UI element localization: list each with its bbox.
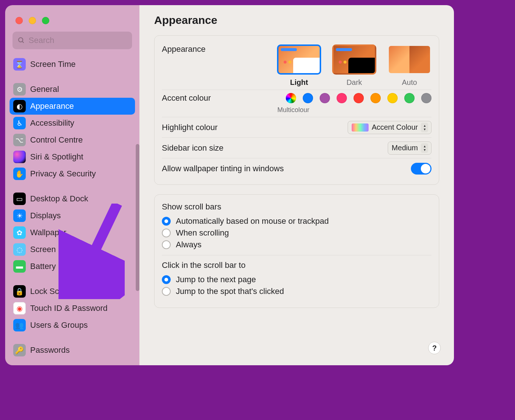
system-settings-window: ⌛Screen Time⚙General◐Appearance♿︎Accessi… bbox=[5, 5, 454, 365]
highlight-popup-button[interactable]: Accent Colour ▴▾ bbox=[348, 121, 431, 134]
help-button[interactable]: ? bbox=[428, 342, 441, 354]
accent-row: Accent colour Multicolour bbox=[162, 90, 431, 117]
appearance-option-light[interactable]: Light bbox=[277, 44, 321, 87]
sidebar-item-label: Screen Time bbox=[30, 60, 76, 69]
control-centre-icon: ⌥ bbox=[13, 134, 26, 146]
appearance-option-auto[interactable]: Auto bbox=[387, 44, 431, 87]
sidebar-item-siri[interactable]: Siri & Spotlight bbox=[10, 148, 135, 165]
sidebar-item-label: Wallpaper bbox=[30, 228, 66, 237]
radio-label: Always bbox=[176, 240, 202, 250]
radio-icon bbox=[162, 287, 171, 296]
accent-swatch-0[interactable] bbox=[286, 93, 296, 103]
scrollbars-option[interactable]: Automatically based on mouse or trackpad bbox=[162, 215, 431, 227]
sidebar-item-label: Battery bbox=[30, 262, 56, 271]
sidebar-icon-size-label: Sidebar icon size bbox=[162, 143, 224, 153]
traffic-lights bbox=[5, 10, 139, 32]
search-field[interactable] bbox=[13, 32, 132, 49]
search-icon bbox=[18, 36, 25, 44]
wallpaper-icon: ✿ bbox=[13, 226, 26, 239]
sidebar-item-label: Privacy & Security bbox=[30, 169, 96, 179]
accent-swatch-3[interactable] bbox=[337, 93, 347, 103]
passwords-icon: 🔑 bbox=[13, 344, 26, 356]
touch-id-icon: ◉ bbox=[13, 302, 26, 315]
sidebar-item-general[interactable]: ⚙General bbox=[10, 81, 135, 98]
sidebar-item-label: Users & Groups bbox=[30, 320, 88, 330]
sidebar-item-label: Lock Screen bbox=[30, 287, 75, 296]
sidebar-scroll: ⌛Screen Time⚙General◐Appearance♿︎Accessi… bbox=[5, 56, 139, 365]
sidebar-item-label: Siri & Spotlight bbox=[30, 152, 83, 162]
sidebar-item-desktop-dock[interactable]: ▭Desktop & Dock bbox=[10, 190, 135, 207]
sidebar-item-appearance[interactable]: ◐Appearance bbox=[10, 98, 135, 115]
sidebar-scrollbar[interactable] bbox=[136, 144, 139, 291]
content-pane: Appearance Appearance LightDarkAuto Acce… bbox=[139, 5, 454, 365]
sidebar-item-label: Touch ID & Password bbox=[30, 304, 107, 313]
sidebar-icon-size-row: Sidebar icon size Medium ▴▾ bbox=[162, 137, 431, 158]
sidebar-item-battery[interactable]: ▬Battery bbox=[10, 258, 135, 275]
highlight-swatch bbox=[352, 123, 369, 132]
sidebar-item-wallpaper[interactable]: ✿Wallpaper bbox=[10, 224, 135, 241]
close-window-button[interactable] bbox=[15, 17, 23, 24]
accent-swatch-2[interactable] bbox=[320, 93, 330, 103]
sidebar-item-screen-saver[interactable]: ◌Screen Saver bbox=[10, 241, 135, 258]
screen-saver-icon: ◌ bbox=[13, 243, 26, 256]
sidebar-item-label: Control Centre bbox=[30, 135, 83, 145]
tinting-toggle[interactable] bbox=[411, 163, 431, 175]
sidebar-item-privacy[interactable]: ✋Privacy & Security bbox=[10, 165, 135, 182]
appearance-option-label: Light bbox=[277, 78, 321, 87]
general-icon: ⚙ bbox=[13, 83, 26, 96]
sidebar-item-label: General bbox=[30, 85, 59, 94]
appearance-panel: Appearance LightDarkAuto Accent colour M… bbox=[154, 35, 439, 185]
sidebar-icon-size-value: Medium bbox=[392, 144, 418, 152]
appearance-row: Appearance LightDarkAuto bbox=[162, 42, 431, 90]
chevron-up-down-icon: ▴▾ bbox=[421, 123, 428, 132]
sidebar-item-displays[interactable]: ☀Displays bbox=[10, 207, 135, 224]
accent-swatch-7[interactable] bbox=[404, 93, 415, 103]
appearance-preview-icon bbox=[387, 44, 431, 75]
sidebar-item-control-centre[interactable]: ⌥Control Centre bbox=[10, 132, 135, 148]
sidebar-item-accessibility[interactable]: ♿︎Accessibility bbox=[10, 115, 135, 132]
appearance-option-dark[interactable]: Dark bbox=[332, 44, 376, 87]
scrollbars-title: Show scroll bars bbox=[162, 202, 431, 212]
radio-label: Automatically based on mouse or trackpad bbox=[176, 216, 329, 226]
sidebar-item-label: Accessibility bbox=[30, 118, 74, 128]
click-scrollbar-option[interactable]: Jump to the spot that's clicked bbox=[162, 286, 431, 297]
svg-point-0 bbox=[18, 38, 23, 42]
click-scrollbar-option[interactable]: Jump to the next page bbox=[162, 274, 431, 286]
appearance-label: Appearance bbox=[162, 44, 206, 54]
accent-caption: Multicolour bbox=[277, 106, 309, 114]
fullscreen-window-button[interactable] bbox=[42, 17, 49, 24]
highlight-label: Highlight colour bbox=[162, 123, 218, 132]
sidebar-item-label: Appearance bbox=[30, 101, 74, 111]
accent-swatch-5[interactable] bbox=[370, 93, 381, 103]
lock-screen-icon: 🔒 bbox=[13, 285, 26, 298]
sidebar-item-users-groups[interactable]: 👥Users & Groups bbox=[10, 317, 135, 334]
radio-label: Jump to the next page bbox=[176, 275, 256, 284]
appearance-option-label: Auto bbox=[387, 78, 431, 87]
accent-swatch-1[interactable] bbox=[303, 93, 313, 103]
sidebar-icon-size-popup-button[interactable]: Medium ▴▾ bbox=[388, 141, 431, 155]
accent-swatch-8[interactable] bbox=[421, 93, 431, 103]
click-scrollbar-title: Click in the scroll bar to bbox=[162, 261, 431, 270]
scrollbars-option[interactable]: Always bbox=[162, 239, 431, 251]
sidebar-item-lock-screen[interactable]: 🔒Lock Screen bbox=[10, 283, 135, 300]
accent-swatch-4[interactable] bbox=[354, 93, 364, 103]
sidebar-item-screen-time[interactable]: ⌛Screen Time bbox=[10, 56, 135, 73]
help-icon: ? bbox=[432, 344, 437, 352]
accent-swatch-6[interactable] bbox=[387, 93, 398, 103]
accessibility-icon: ♿︎ bbox=[13, 117, 26, 129]
minimize-window-button[interactable] bbox=[29, 17, 36, 24]
sidebar-item-passwords[interactable]: 🔑Passwords bbox=[10, 342, 135, 359]
sidebar-item-touch-id[interactable]: ◉Touch ID & Password bbox=[10, 300, 135, 317]
scrollbars-option[interactable]: When scrolling bbox=[162, 227, 431, 239]
radio-icon bbox=[162, 240, 171, 249]
tinting-label: Allow wallpaper tinting in windows bbox=[162, 164, 284, 173]
search-input[interactable] bbox=[29, 36, 127, 45]
svg-line-1 bbox=[22, 41, 24, 43]
sidebar: ⌛Screen Time⚙General◐Appearance♿︎Accessi… bbox=[5, 5, 139, 365]
page-title: Appearance bbox=[154, 14, 439, 26]
highlight-value: Accent Colour bbox=[372, 123, 418, 132]
highlight-row: Highlight colour Accent Colour ▴▾ bbox=[162, 117, 431, 137]
appearance-preview-icon bbox=[277, 44, 321, 75]
appearance-option-label: Dark bbox=[332, 78, 376, 87]
sidebar-item-label: Passwords bbox=[30, 345, 70, 355]
